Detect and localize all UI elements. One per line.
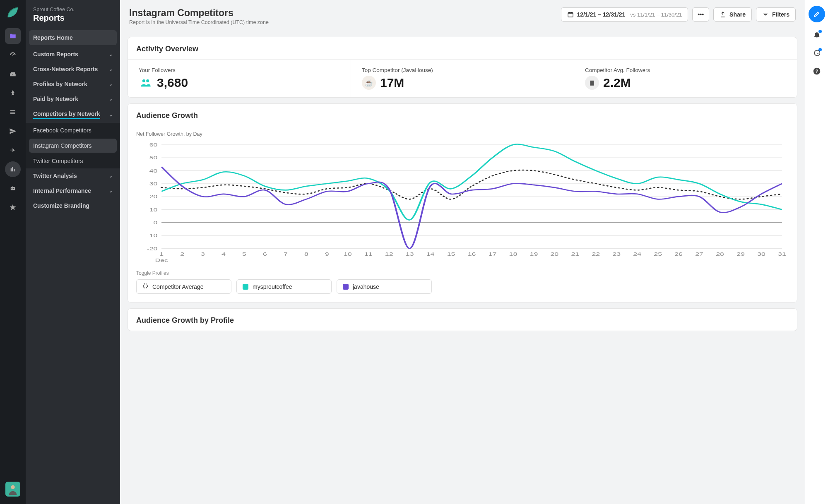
card-title: Audience Growth <box>128 104 797 126</box>
toggle-profiles-label: Toggle Profiles <box>136 270 789 276</box>
svg-text:11: 11 <box>364 251 373 257</box>
chevron-down-icon: ⌄ <box>109 112 113 118</box>
filters-button[interactable]: Filters <box>756 7 796 22</box>
building-icon <box>585 76 599 90</box>
help-icon[interactable]: ? <box>813 67 821 77</box>
svg-point-1 <box>12 188 12 189</box>
company-name: Sprout Coffee Co. <box>33 7 113 12</box>
svg-text:20: 20 <box>149 194 158 199</box>
date-range-button[interactable]: 12/1/21 – 12/31/21 vs 11/1/21 – 11/30/21 <box>561 7 688 22</box>
notifications-icon[interactable] <box>813 31 821 41</box>
chevron-down-icon: ⌄ <box>109 82 113 87</box>
audience-growth-card: Audience Growth Net Follower Growth, by … <box>128 103 797 302</box>
sidebar-item-internal-performance[interactable]: Internal Performance⌄ <box>26 183 120 198</box>
nav-send-icon[interactable] <box>5 123 21 139</box>
growth-chart: -20-100102030405060123456789101112131415… <box>136 140 789 264</box>
people-icon <box>139 76 153 90</box>
svg-rect-0 <box>11 187 15 190</box>
page-subtitle: Report is in the Universal Time Coordina… <box>129 19 269 25</box>
svg-text:2: 2 <box>180 251 184 257</box>
stat-top-competitor: Top Competitor (JavaHouse) ☕ 17M <box>351 60 574 97</box>
svg-point-5 <box>142 79 145 82</box>
sidebar-item-cross-network[interactable]: Cross-Network Reports⌄ <box>26 62 120 77</box>
svg-text:-20: -20 <box>147 246 158 251</box>
svg-text:Dec: Dec <box>155 257 168 263</box>
svg-point-3 <box>11 485 14 489</box>
more-icon: ••• <box>698 11 704 18</box>
compose-button[interactable] <box>809 6 825 22</box>
toggle-mysproutcoffee[interactable]: mysproutcoffee <box>236 279 332 294</box>
dotted-swatch-icon <box>142 283 148 290</box>
card-title: Activity Overview <box>128 37 797 59</box>
svg-text:22: 22 <box>592 251 600 257</box>
sidebar-item-competitors-network[interactable]: Competitors by Network⌄ <box>26 106 120 123</box>
svg-text:0: 0 <box>154 220 158 225</box>
sidebar-item-profiles-network[interactable]: Profiles by Network⌄ <box>26 77 120 91</box>
sidebar-item-ig-competitors[interactable]: Instagram Competitors <box>29 139 117 153</box>
svg-text:40: 40 <box>149 168 158 173</box>
svg-text:14: 14 <box>426 251 435 257</box>
svg-text:-10: -10 <box>147 233 158 238</box>
nav-inbox-icon[interactable] <box>5 66 21 82</box>
svg-text:10: 10 <box>344 251 352 257</box>
toggle-javahouse[interactable]: javahouse <box>337 279 432 294</box>
svg-text:5: 5 <box>242 251 246 257</box>
history-icon[interactable] <box>813 49 821 59</box>
sidebar-item-fb-competitors[interactable]: Facebook Competitors <box>26 123 120 138</box>
nav-pin-icon[interactable] <box>5 85 21 101</box>
nav-star-icon[interactable] <box>5 199 21 215</box>
topbar: Instagram Competitors Report is in the U… <box>120 0 805 31</box>
nav-dashboard-icon[interactable] <box>5 47 21 63</box>
page-title: Instagram Competitors <box>129 7 269 19</box>
chevron-down-icon: ⌄ <box>109 67 113 72</box>
sidebar-item-paid-network[interactable]: Paid by Network⌄ <box>26 91 120 106</box>
svg-text:13: 13 <box>406 251 414 257</box>
audience-growth-by-profile-card: Audience Growth by Profile <box>128 308 797 331</box>
right-rail: ? <box>805 0 828 504</box>
more-button[interactable]: ••• <box>692 7 709 22</box>
svg-text:31: 31 <box>778 251 786 257</box>
nav-folder-icon[interactable] <box>5 28 21 44</box>
svg-text:30: 30 <box>149 181 158 186</box>
sidebar-header: Sprout Coffee Co. Reports <box>26 0 120 29</box>
svg-text:3: 3 <box>201 251 205 257</box>
svg-text:4: 4 <box>221 251 226 257</box>
sidebar-item-custom-reports[interactable]: Custom Reports⌄ <box>26 47 120 62</box>
svg-rect-4 <box>568 12 573 17</box>
share-icon <box>720 11 726 18</box>
sidebar-item-customize-branding[interactable]: Customize Branding <box>26 198 120 213</box>
svg-text:18: 18 <box>509 251 518 257</box>
svg-text:25: 25 <box>654 251 662 257</box>
sidebar-item-tw-competitors[interactable]: Twitter Competitors <box>26 154 120 168</box>
svg-text:19: 19 <box>530 251 538 257</box>
svg-text:7: 7 <box>284 251 288 257</box>
sidebar: Sprout Coffee Co. Reports Reports Home C… <box>26 0 120 504</box>
toggle-competitor-average[interactable]: Competitor Average <box>136 279 231 294</box>
nav-list-icon[interactable] <box>5 104 21 120</box>
svg-text:8: 8 <box>304 251 308 257</box>
svg-text:50: 50 <box>149 155 158 160</box>
nav-reports-icon[interactable] <box>5 161 21 177</box>
svg-text:30: 30 <box>757 251 765 257</box>
svg-point-6 <box>146 79 149 82</box>
svg-text:60: 60 <box>149 142 158 147</box>
share-button[interactable]: Share <box>713 7 752 22</box>
svg-text:23: 23 <box>612 251 621 257</box>
svg-text:12: 12 <box>385 251 393 257</box>
nav-audio-icon[interactable] <box>5 142 21 158</box>
sidebar-item-reports-home[interactable]: Reports Home <box>29 30 117 45</box>
color-swatch-icon <box>343 284 349 290</box>
sidebar-item-twitter-analysis[interactable]: Twitter Analysis⌄ <box>26 168 120 183</box>
nav-bot-icon[interactable] <box>5 180 21 196</box>
filters-icon <box>762 11 769 18</box>
sidebar-submenu-competitors: Facebook Competitors Instagram Competito… <box>26 123 120 168</box>
svg-text:21: 21 <box>571 251 579 257</box>
svg-text:20: 20 <box>551 251 559 257</box>
calendar-icon <box>567 11 574 18</box>
card-title: Audience Growth by Profile <box>128 309 797 331</box>
svg-text:28: 28 <box>716 251 724 257</box>
svg-text:16: 16 <box>468 251 476 257</box>
main-content: Instagram Competitors Report is in the U… <box>120 0 805 504</box>
user-avatar[interactable] <box>5 482 20 497</box>
chevron-down-icon: ⌄ <box>109 96 113 102</box>
